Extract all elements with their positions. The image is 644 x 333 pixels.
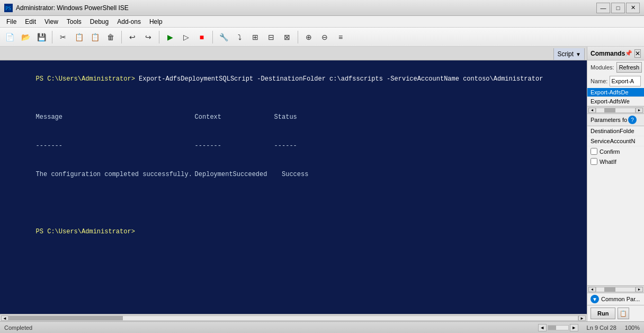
console-prompt-line: PS C:\Users\Administrator>	[5, 217, 582, 246]
list-scroll-track[interactable]	[596, 108, 636, 113]
status-text: Completed	[4, 325, 538, 331]
undo-button[interactable]: ↩	[125, 30, 140, 45]
confirm-label: Confirm	[600, 148, 620, 155]
maximize-button[interactable]: □	[611, 3, 625, 13]
name-input[interactable]	[610, 76, 641, 86]
format-button[interactable]: ⊞	[248, 30, 263, 45]
snippet-button[interactable]: ≡	[333, 30, 348, 45]
cmd-list-item-1[interactable]: Export-AdfsWe	[587, 97, 644, 106]
scroll-track[interactable]	[8, 316, 578, 321]
toolbar-sep-2	[121, 31, 122, 43]
cmd-list-item-0[interactable]: Export-AdfsDe	[587, 88, 644, 97]
modules-row: Modules: Refresh	[587, 60, 644, 74]
debug-button[interactable]: 🔧	[216, 30, 231, 45]
console-wrapper: Script ▼ PS C:\Users\Administrator> Expo…	[0, 47, 587, 321]
name-label: Name:	[591, 78, 607, 84]
confirm-checkbox-row: Confirm	[587, 146, 644, 156]
whatif-label: WhatIf	[600, 159, 616, 165]
console-line-7	[5, 208, 582, 217]
console-line-6	[5, 198, 582, 208]
menu-addons[interactable]: Add-ons	[113, 17, 145, 27]
menu-tools[interactable]: Tools	[62, 17, 86, 27]
status-position: Ln 9 Col 28	[587, 325, 616, 331]
menu-view[interactable]: View	[40, 17, 62, 27]
params-scrollbar[interactable]: ◄ ►	[587, 285, 644, 293]
zoom-out-button[interactable]: ⊖	[317, 30, 332, 45]
status-scroll-left[interactable]: ◄	[538, 324, 547, 331]
console-scrollbar-horizontal[interactable]: ◄ ►	[0, 314, 587, 321]
param-destination[interactable]: DestinationFolde	[587, 126, 644, 136]
minimize-button[interactable]: —	[596, 3, 610, 13]
close-button[interactable]: ✕	[626, 3, 640, 13]
console-output[interactable]: PS C:\Users\Administrator> Export-AdfsDe…	[0, 60, 587, 314]
cut-button[interactable]: ✂	[56, 30, 70, 45]
clear-button[interactable]: 🗑	[103, 30, 118, 45]
params-scroll-track[interactable]	[596, 287, 636, 292]
tab-chevron-icon[interactable]: ▼	[576, 51, 581, 57]
stop-button[interactable]: ■	[194, 30, 209, 45]
redo-button[interactable]: ↪	[141, 30, 156, 45]
params-label: Parameters fo	[591, 117, 627, 123]
pin-icon[interactable]: 📌	[625, 50, 632, 57]
whatif-checkbox-row: WhatIf	[587, 156, 644, 167]
console-line-1	[5, 93, 582, 103]
status-bar: Completed ◄ ► Ln 9 Col 28 100%	[0, 321, 644, 333]
tile-h-button[interactable]: ⊟	[264, 30, 279, 45]
common-params-label: Common Par...	[601, 296, 640, 302]
status-scrollbar[interactable]: ◄ ►	[538, 324, 578, 331]
scroll-thumb	[9, 316, 123, 320]
confirm-checkbox[interactable]	[591, 148, 597, 155]
run-script-button[interactable]: Run	[591, 308, 615, 319]
toolbar-sep-1	[52, 31, 52, 43]
chevron-down-icon[interactable]: ▼	[591, 295, 599, 303]
window-title: Administrator: Windows PowerShell ISE	[16, 4, 596, 12]
list-scrollbar[interactable]: ◄ ►	[587, 106, 644, 113]
status-scroll-right[interactable]: ►	[570, 324, 578, 331]
toolbar: 📄 📂 💾 ✂ 📋 📋 🗑 ↩ ↪ ▶ ▷ ■ 🔧 ⤵ ⊞ ⊟ ⊠ ⊕ ⊖ ≡	[0, 28, 644, 47]
tab-bar: Script ▼	[0, 47, 587, 60]
run-row: Run 📋	[587, 305, 644, 321]
console-line-3: --------------------	[5, 132, 582, 160]
run-selection-button[interactable]: ▷	[178, 30, 193, 45]
menu-help[interactable]: Help	[145, 17, 167, 27]
zoom-in-button[interactable]: ⊕	[301, 30, 316, 45]
common-params-row: ▼ Common Par...	[587, 293, 644, 305]
commands-close-button[interactable]: ✕	[634, 49, 641, 58]
toolbar-sep-3	[159, 31, 159, 43]
copy-button[interactable]: 📋	[71, 30, 86, 45]
main-area: Script ▼ PS C:\Users\Administrator> Expo…	[0, 47, 644, 321]
save-button[interactable]: 💾	[34, 30, 49, 45]
params-scroll-thumb	[604, 287, 616, 292]
commands-title: Commands	[591, 50, 625, 57]
params-scroll-right[interactable]: ►	[636, 287, 643, 292]
refresh-button[interactable]: Refresh	[616, 62, 642, 73]
menu-file[interactable]: File	[2, 17, 21, 27]
status-right: ◄ ► Ln 9 Col 28 100%	[538, 324, 640, 331]
modules-label: Modules:	[591, 64, 614, 71]
tile-v-button[interactable]: ⊠	[280, 30, 294, 45]
menu-debug[interactable]: Debug	[86, 17, 113, 27]
params-help-button[interactable]: ?	[628, 116, 637, 124]
list-scroll-right[interactable]: ►	[636, 108, 643, 113]
run-button[interactable]: ▶	[163, 30, 177, 45]
menu-bar: File Edit View Tools Debug Add-ons Help	[0, 16, 644, 28]
step-over-button[interactable]: ⤵	[232, 30, 247, 45]
copy-script-button[interactable]: 📋	[618, 308, 629, 319]
commands-header: Commands 📌 ✕	[587, 47, 644, 60]
open-file-button[interactable]: 📂	[18, 30, 33, 45]
whatif-checkbox[interactable]	[591, 158, 597, 165]
list-scroll-left[interactable]: ◄	[588, 108, 596, 113]
status-scroll-track[interactable]	[548, 325, 569, 330]
window-controls: — □ ✕	[596, 3, 640, 13]
toolbar-sep-5	[298, 31, 298, 43]
paste-button[interactable]: 📋	[87, 30, 102, 45]
scroll-left-button[interactable]: ◄	[1, 316, 8, 321]
param-serviceaccount[interactable]: ServiceAccountN	[587, 136, 644, 146]
params-scroll-left[interactable]: ◄	[588, 287, 596, 292]
menu-edit[interactable]: Edit	[21, 17, 40, 27]
script-tab-label: Script	[557, 50, 574, 58]
new-file-button[interactable]: 📄	[2, 30, 17, 45]
commands-panel: Commands 📌 ✕ Modules: Refresh Name: Expo…	[587, 47, 644, 321]
title-bar: PS Administrator: Windows PowerShell ISE…	[0, 0, 644, 16]
scroll-right-button[interactable]: ►	[578, 316, 586, 321]
